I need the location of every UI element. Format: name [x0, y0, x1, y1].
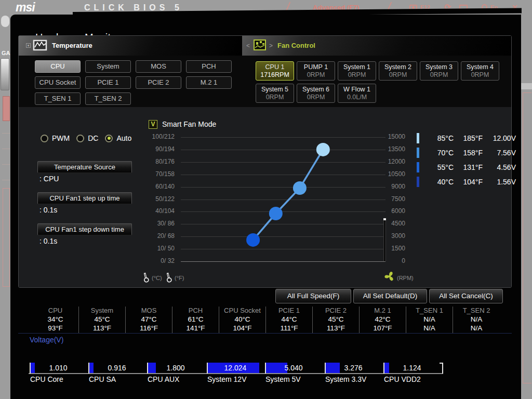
fan-mode-options: PWMDCAuto — [41, 134, 138, 142]
prev-section-arrow[interactable]: < — [246, 42, 250, 49]
voltage-rail-name: CPU VDD2 — [384, 375, 421, 383]
temp-axis-tick: 90/194 — [133, 145, 175, 153]
temp-axis-tick: 0/ 32 — [133, 257, 175, 264]
voltage-value: 3.276 — [325, 364, 382, 372]
voltage-value: 1.010 — [30, 364, 87, 372]
sensor-readout-pcie-1: PCIE 144°C111°F — [266, 307, 313, 334]
step-down-time-button[interactable]: CPU Fan1 step down time — [37, 223, 132, 235]
legend-temp-c: 85°C — [424, 134, 454, 142]
fan-button-label: System 2 — [379, 63, 417, 71]
sensor-readout-pcie-2: PCIE 245°C113°F — [313, 307, 360, 334]
legend-row: 40°C104°F1.56V — [417, 175, 516, 189]
fan-buttons: CPU 11716RPMPUMP 10RPMSystem 10RPMSystem… — [256, 61, 500, 103]
temperature-source-button[interactable]: Temperature Source — [37, 161, 132, 173]
temp-button-system[interactable]: System — [85, 60, 131, 73]
fan-mode-radio-auto[interactable] — [105, 135, 113, 142]
voltage-rail-name: System 12V — [207, 375, 246, 383]
sensor-readout-cpu-socket: CPU Socket40°C104°F — [219, 307, 266, 334]
temp-axis-tick: 10/ 50 — [133, 245, 175, 252]
fan-icon — [384, 271, 395, 282]
legend-color-bar — [417, 133, 419, 143]
legend-row: 85°C185°F12.00V — [417, 131, 516, 145]
dimmed-red-panel — [3, 96, 10, 121]
dimmed-row-divider — [2, 164, 10, 165]
temp-axis-tick: 40/104 — [133, 207, 175, 215]
dimmed-row-divider — [2, 180, 10, 180]
temp-button-t-sen-2[interactable]: T_SEN 2 — [85, 92, 131, 105]
sensor-readout-t-sen-1: T_SEN 1N/AN/A — [406, 307, 453, 334]
sensor-fahrenheit: 116°F — [126, 324, 172, 332]
temp-button-pcie-2[interactable]: PCIE 2 — [136, 76, 181, 89]
fan-button-value: 0RPM — [420, 71, 458, 79]
sensor-celsius: 42°C — [360, 315, 406, 324]
temp-axis-tick: 100/212 — [133, 133, 175, 140]
temp-button-t-sen-1[interactable]: T_SEN 1 — [35, 92, 81, 105]
fan-button-cpu-1[interactable]: CPU 11716RPM — [256, 61, 294, 81]
voltage-bracket-end — [440, 363, 443, 374]
legend-voltage: 7.56V — [483, 149, 516, 157]
sensor-name: T_SEN 1 — [406, 307, 453, 315]
fan-curve-point-70c[interactable] — [293, 181, 307, 195]
fan-button-system-2[interactable]: System 20RPM — [379, 61, 417, 81]
temp-axis-tick: 20/ 68 — [133, 232, 175, 240]
temp-button-pch[interactable]: PCH — [186, 60, 232, 73]
voltage-rail-name: System 5V — [265, 375, 301, 383]
temp-button-mos[interactable]: MOS — [136, 60, 181, 73]
temp-button-pcie-1[interactable]: PCIE 1 — [85, 76, 131, 89]
fan-curve-point-40c[interactable] — [246, 233, 260, 247]
fan-button-pump-1[interactable]: PUMP 10RPM — [297, 61, 335, 81]
next-section-arrow[interactable]: > — [269, 42, 273, 49]
fan-button-label: System 5 — [256, 85, 294, 94]
sensor-name: T_SEN 2 — [453, 307, 500, 315]
voltage-rail-name: System 3.3V — [325, 375, 366, 383]
all-set-cancel-button[interactable]: All Set Cancel(C) — [429, 289, 503, 303]
sensor-celsius: N/A — [453, 315, 500, 324]
sensor-fahrenheit: 104°F — [219, 324, 265, 332]
all-full-speed-button[interactable]: All Full Speed(F) — [275, 289, 351, 303]
sensor-celsius: 34°C — [32, 315, 78, 324]
fan-button-label: System 6 — [297, 85, 335, 94]
fan-button-system-3[interactable]: System 30RPM — [420, 61, 458, 81]
legend-temp-f: 185°F — [454, 134, 483, 142]
legend-voltage: 1.56V — [483, 178, 516, 186]
legend-temp-c: 70°C — [424, 149, 454, 157]
temp-button-cpu-socket[interactable]: CPU Socket — [35, 76, 81, 89]
fan-mode-label-auto: Auto — [116, 134, 131, 142]
fan-mode-radio-pwm[interactable] — [41, 135, 48, 142]
step-up-time-button[interactable]: CPU Fan1 step up time — [37, 192, 132, 204]
temp-button-m-2-1[interactable]: M.2 1 — [186, 76, 232, 89]
smart-fan-checkbox[interactable]: V — [149, 120, 157, 129]
fan-curve-point-85c[interactable] — [316, 143, 330, 156]
fan-button-value: 0RPM — [338, 71, 376, 79]
fan-button-system-5[interactable]: System 50RPM — [256, 84, 294, 103]
legend-color-bar — [417, 148, 419, 158]
fan-button-value: 0RPM — [297, 94, 335, 101]
fan-mode-radio-dc[interactable] — [76, 135, 84, 142]
game-boost-knob — [1, 58, 9, 90]
fan-button-label: CPU 1 — [256, 63, 294, 71]
fan-mode-label-pwm: PWM — [52, 134, 70, 142]
celsius-axis-label: (°C) — [152, 275, 162, 281]
fan-button-system-6[interactable]: System 60RPM — [297, 84, 335, 103]
sensor-readout-m-2-1: M.2 142°C107°F — [360, 307, 406, 334]
fan-button-value: 0.0L/M — [338, 94, 376, 101]
dimmed-section-outline — [523, 92, 531, 383]
game-boost-label: GA — [2, 50, 10, 56]
sensor-readout-mos: MOS47°C116°F — [126, 307, 172, 334]
sensor-readouts: CPU34°C93°FSystem45°C113°FMOS47°C116°FPC… — [32, 307, 500, 334]
fan-button-label: System 3 — [420, 63, 458, 71]
voltage-rail-name: CPU SA — [89, 375, 116, 383]
fan-button-system-1[interactable]: System 10RPM — [338, 61, 376, 81]
sensor-name: PCIE 2 — [313, 307, 359, 315]
temperature-buttons: CPUSystemMOSPCHCPU SocketPCIE 1PCIE 2M.2… — [35, 60, 232, 105]
sensor-fahrenheit: 113°F — [79, 324, 125, 332]
all-set-default-button[interactable]: All Set Default(D) — [353, 289, 427, 303]
fan-button-w-flow-1[interactable]: W Flow 10.0L/M — [338, 84, 376, 103]
fan-curve-point-55c[interactable] — [269, 207, 283, 220]
temp-button-cpu[interactable]: CPU — [35, 60, 81, 73]
sensor-name: M.2 1 — [360, 307, 406, 315]
legend-temp-c: 55°C — [424, 163, 454, 171]
sensor-celsius: 40°C — [219, 315, 265, 324]
fan-button-system-4[interactable]: System 40RPM — [461, 61, 499, 81]
collapse-toggle-icon[interactable]: ▾ — [26, 43, 31, 48]
